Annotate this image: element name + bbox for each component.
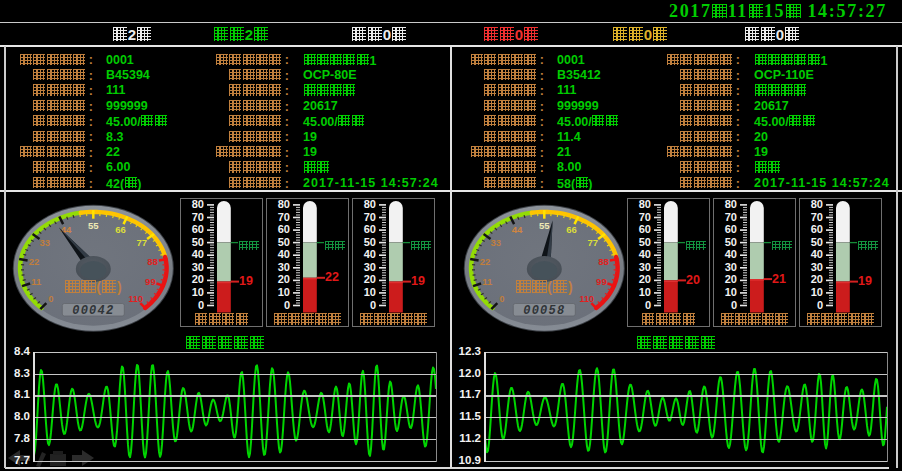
- svg-text:44: 44: [61, 224, 72, 235]
- svg-text:33: 33: [491, 237, 502, 248]
- svg-text:0: 0: [499, 294, 504, 304]
- svg-text:55: 55: [539, 220, 550, 231]
- svg-text:88: 88: [598, 256, 609, 267]
- svg-text:55: 55: [88, 220, 99, 231]
- svg-text:22: 22: [480, 256, 491, 267]
- svg-text:110: 110: [580, 294, 594, 304]
- svg-text:88: 88: [147, 256, 158, 267]
- svg-text:00042: 00042: [72, 304, 114, 318]
- svg-text:77: 77: [137, 237, 148, 248]
- svg-text:33: 33: [40, 237, 51, 248]
- svg-text:110: 110: [129, 294, 143, 304]
- svg-text:66: 66: [566, 224, 577, 235]
- svg-text:0: 0: [48, 294, 53, 304]
- svg-text:44: 44: [512, 224, 523, 235]
- svg-text:00058: 00058: [523, 304, 565, 318]
- svg-text:66: 66: [115, 224, 126, 235]
- svg-text:22: 22: [29, 256, 40, 267]
- svg-text:77: 77: [588, 237, 599, 248]
